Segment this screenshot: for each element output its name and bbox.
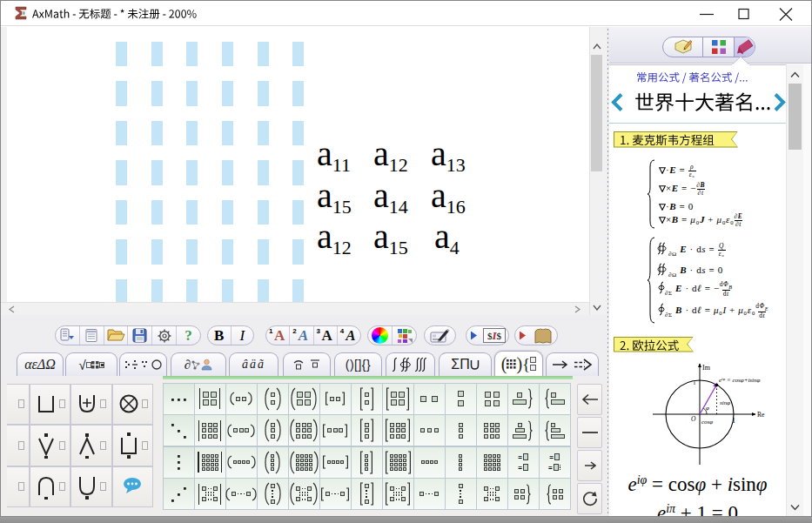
svg-text:cosφ: cosφ bbox=[701, 419, 713, 426]
svg-text:O: O bbox=[691, 415, 696, 423]
svg-text:Im: Im bbox=[702, 364, 711, 372]
svg-text:φ: φ bbox=[706, 405, 709, 412]
svg-text:i: i bbox=[694, 379, 695, 386]
svg-text:eiφ ≡ cosφ+isinφ: eiφ ≡ cosφ+isinφ bbox=[719, 377, 761, 384]
svg-text:sinφ: sinφ bbox=[720, 399, 730, 406]
svg-text:Re: Re bbox=[757, 411, 765, 419]
svg-text:1: 1 bbox=[732, 417, 735, 425]
